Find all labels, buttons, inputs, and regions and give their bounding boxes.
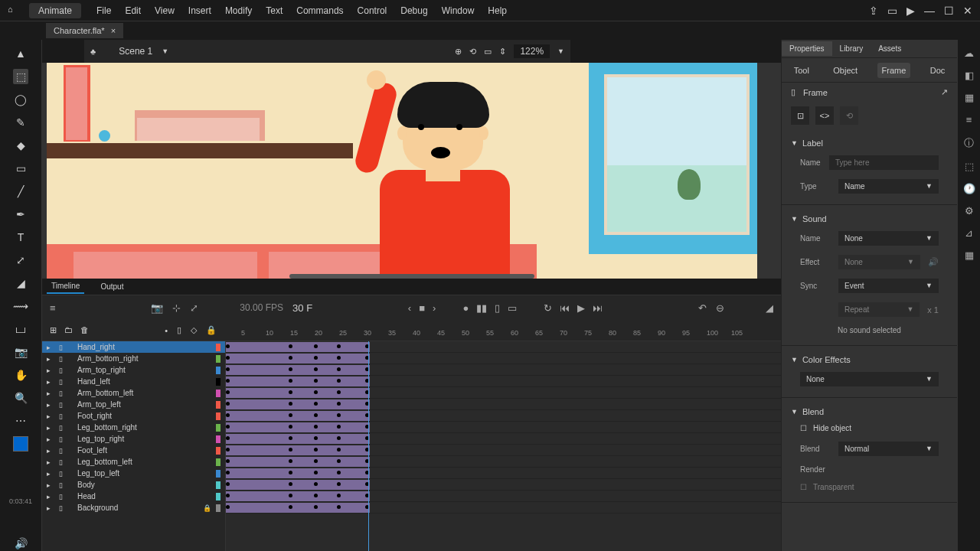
graph-icon[interactable]: ⤢ [190,302,198,314]
frame-track[interactable] [226,353,781,364]
undo-icon[interactable]: ↶ [698,302,707,314]
asset-warp-tool[interactable]: ⌴ [13,321,28,337]
frame-track[interactable] [226,422,781,433]
prev-keyframe-icon[interactable]: ‹ [408,302,411,314]
layers-icon[interactable]: ≡ [50,302,56,314]
frame-number[interactable]: 30 [292,302,303,314]
brush-panel-icon[interactable]: ⊿ [965,227,973,239]
play-button[interactable]: ▶ [577,302,585,314]
line-tool[interactable]: ╱ [13,184,28,199]
frame-track[interactable] [226,468,781,479]
frames-area[interactable] [226,341,781,551]
marker-icon[interactable]: ⊖ [716,302,724,314]
zoom-stepper-icon[interactable]: ⇕ [499,47,506,57]
step-forward-icon[interactable]: ⏭ [593,302,603,314]
eraser-tool[interactable]: ◢ [13,276,28,291]
clip-icon[interactable]: ⊕ [455,47,462,57]
frame-track[interactable] [226,376,781,387]
expand-icon[interactable]: ↗ [941,87,948,97]
new-layer-icon[interactable]: ⊞ [50,325,57,335]
menu-debug[interactable]: Debug [400,5,427,16]
grid-panel-icon[interactable]: ▦ [965,249,974,261]
brush-tool[interactable]: ✎ [13,115,28,130]
info-panel-icon[interactable]: ⓘ [964,136,974,150]
tab-output[interactable]: Output [96,280,128,293]
layer-row[interactable]: ▸▯Leg_top_right [42,433,225,445]
frame-track[interactable] [226,491,781,502]
menu-text[interactable]: Text [266,5,283,16]
delete-layer-icon[interactable]: 🗑 [80,325,89,335]
onion-skin-icon[interactable]: ▮▮ [476,302,487,314]
camera-layer-icon[interactable]: 📷 [151,302,163,314]
layer-row[interactable]: ▸▯Arm_bottom_right [42,353,225,364]
section-color-effects[interactable]: ▼Color Effects [791,352,948,367]
more-tools-icon[interactable]: ⋯ [13,413,28,429]
frame-track[interactable] [226,410,781,422]
layer-row[interactable]: ▸▯Leg_bottom_right [42,422,225,433]
tab-library[interactable]: Library [832,41,871,56]
rotate-icon[interactable]: ⟲ [469,47,476,57]
file-tab[interactable]: Character.fla* × [46,23,123,38]
pen-tool[interactable]: ✒ [13,207,28,222]
tab-timeline[interactable]: Timeline [47,279,84,294]
zoom-dropdown-icon[interactable]: ▼ [557,47,564,55]
lasso-tool[interactable]: ◯ [13,92,28,107]
layer-row[interactable]: ▸▯Background🔒 [42,502,225,514]
remove-frame-icon[interactable]: ▭ [508,302,517,314]
blend-mode-select[interactable]: Normal▼ [838,442,939,456]
minimize-icon[interactable]: — [924,5,935,17]
section-blend[interactable]: ▼Blend [791,404,948,419]
frame-track[interactable] [226,387,781,399]
sound-repeat-select[interactable]: Repeat▼ [838,302,920,317]
zoom-level[interactable]: 122% [514,44,550,58]
layer-row[interactable]: ▸▯Head [42,491,225,502]
menu-edit[interactable]: Edit [125,5,141,16]
section-label[interactable]: ▼Label [791,135,948,151]
menu-commands[interactable]: Commands [296,5,343,16]
transform-panel-icon[interactable]: ⬚ [965,161,974,172]
layer-row[interactable]: ▸▯Leg_top_left [42,468,225,479]
tab-assets[interactable]: Assets [871,41,909,56]
insert-keyframe-icon[interactable]: ● [462,302,469,314]
code-icon[interactable]: <> [815,106,834,125]
frame-ruler[interactable]: 5101520253035404550556065707580859095100… [226,320,781,341]
maximize-icon[interactable]: ☐ [944,5,954,17]
sound-effect-select[interactable]: None▼ [838,255,920,269]
scene-name[interactable]: Scene 1 [119,46,152,57]
share-icon[interactable]: ⇪ [869,5,878,17]
tab-properties[interactable]: Properties [782,41,832,56]
components-panel-icon[interactable]: ⚙ [965,205,974,217]
subtab-tool[interactable]: Tool [789,63,814,78]
edit-tween-icon[interactable]: ⊡ [791,106,809,125]
label-name-input[interactable] [829,155,939,170]
subtab-frame[interactable]: Frame [877,63,911,78]
layer-row[interactable]: ▸▯Hand_left [42,376,225,387]
play-icon[interactable]: ▶ [906,5,915,17]
paint-bucket-tool[interactable]: ◆ [13,138,28,153]
frame-track[interactable] [226,479,781,491]
layer-row[interactable]: ▸▯Arm_top_left [42,399,225,410]
outline-col-icon[interactable]: ◇ [191,325,197,335]
frame-track[interactable] [226,364,781,376]
swap-icon[interactable]: ⟲ [840,106,858,125]
lock-col-icon[interactable]: 🔒 [206,325,217,335]
frame-track[interactable] [226,399,781,410]
edit-scene-icon[interactable]: ♣ [90,47,96,56]
layer-parenting-icon[interactable]: ⊹ [172,302,181,314]
menu-insert[interactable]: Insert [188,5,211,16]
visibility-col-icon[interactable]: ▯ [177,325,181,335]
label-type-select[interactable]: Name▼ [838,179,939,194]
menu-help[interactable]: Help [488,5,507,16]
loop-icon[interactable]: ↻ [544,302,552,314]
sound-name-select[interactable]: None▼ [838,231,939,246]
menu-file[interactable]: File [96,5,111,16]
close-tab-icon[interactable]: × [111,26,116,35]
text-tool[interactable]: T [13,230,28,245]
frame-track[interactable] [226,456,781,468]
color-effects-select[interactable]: None▼ [800,372,939,386]
scene-dropdown-icon[interactable]: ▼ [162,47,168,55]
frame-track[interactable] [226,445,781,456]
section-sound[interactable]: ▼Sound [791,211,948,227]
history-panel-icon[interactable]: 🕐 [963,183,975,194]
highlight-col-icon[interactable]: • [165,326,168,335]
